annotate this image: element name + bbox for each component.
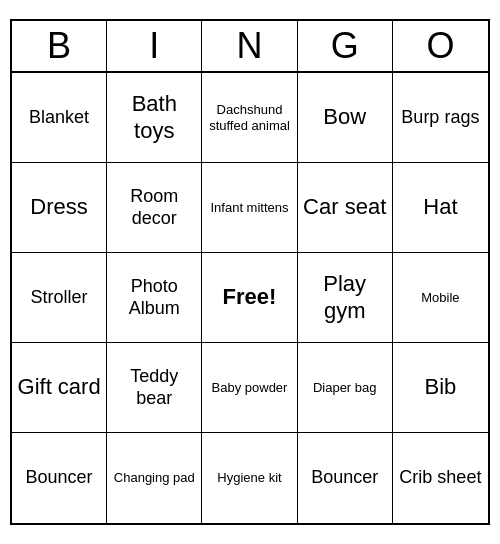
bingo-header: BINGO xyxy=(12,21,488,73)
bingo-cell-20: Bouncer xyxy=(12,433,107,523)
bingo-cell-6: Room decor xyxy=(107,163,202,253)
bingo-cell-24: Crib sheet xyxy=(393,433,488,523)
bingo-cell-9: Hat xyxy=(393,163,488,253)
bingo-cell-0: Blanket xyxy=(12,73,107,163)
bingo-cell-17: Baby powder xyxy=(202,343,297,433)
bingo-cell-15: Gift card xyxy=(12,343,107,433)
header-letter-o: O xyxy=(393,21,488,71)
bingo-cell-7: Infant mittens xyxy=(202,163,297,253)
bingo-cell-13: Play gym xyxy=(298,253,393,343)
bingo-cell-19: Bib xyxy=(393,343,488,433)
bingo-cell-1: Bath toys xyxy=(107,73,202,163)
header-letter-n: N xyxy=(202,21,297,71)
bingo-cell-3: Bow xyxy=(298,73,393,163)
bingo-cell-21: Changing pad xyxy=(107,433,202,523)
bingo-cell-23: Bouncer xyxy=(298,433,393,523)
bingo-grid: BlanketBath toysDachshund stuffed animal… xyxy=(12,73,488,523)
bingo-cell-4: Burp rags xyxy=(393,73,488,163)
bingo-cell-18: Diaper bag xyxy=(298,343,393,433)
bingo-cell-2: Dachshund stuffed animal xyxy=(202,73,297,163)
bingo-cell-8: Car seat xyxy=(298,163,393,253)
bingo-card: BINGO BlanketBath toysDachshund stuffed … xyxy=(10,19,490,525)
bingo-cell-10: Stroller xyxy=(12,253,107,343)
bingo-cell-14: Mobile xyxy=(393,253,488,343)
bingo-cell-11: Photo Album xyxy=(107,253,202,343)
bingo-cell-22: Hygiene kit xyxy=(202,433,297,523)
bingo-cell-16: Teddy bear xyxy=(107,343,202,433)
bingo-cell-5: Dress xyxy=(12,163,107,253)
bingo-cell-12: Free! xyxy=(202,253,297,343)
header-letter-b: B xyxy=(12,21,107,71)
header-letter-g: G xyxy=(298,21,393,71)
header-letter-i: I xyxy=(107,21,202,71)
